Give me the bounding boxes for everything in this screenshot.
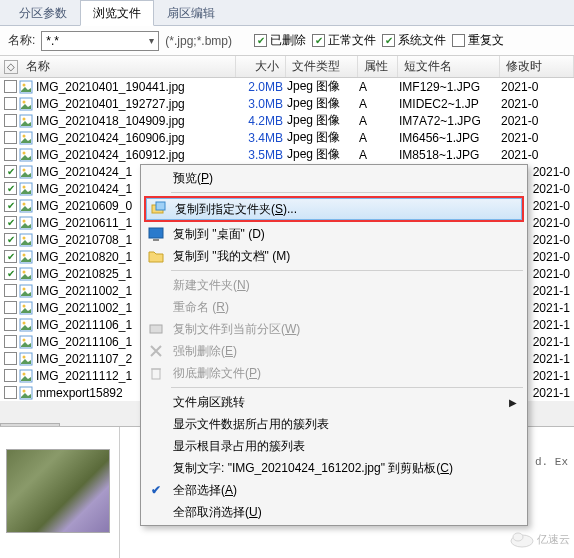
tab-bar: 分区参数 浏览文件 扇区编辑 (0, 0, 574, 26)
row-checkbox[interactable]: ✔ (4, 250, 17, 263)
menu-copy-to-desktop[interactable]: 复制到 "桌面" (D) (143, 223, 525, 245)
row-checkbox[interactable] (4, 335, 17, 348)
file-type: Jpeg 图像 (283, 112, 355, 129)
checkbox-system[interactable]: ✔系统文件 (382, 32, 446, 49)
checkbox-rebuild[interactable]: 重复文 (452, 32, 504, 49)
svg-point-29 (23, 321, 26, 324)
jpeg-file-icon (19, 233, 33, 247)
row-checkbox[interactable] (4, 97, 17, 110)
filter-pattern-combo[interactable]: *.* ▾ (41, 31, 159, 51)
svg-point-9 (23, 151, 26, 154)
col-header-size[interactable]: 大小 (236, 56, 286, 77)
table-row[interactable]: IMG_20210424_160906.jpg3.4MBJpeg 图像AIM64… (0, 129, 574, 146)
menu-select-all[interactable]: ✔全部选择(A) (143, 479, 525, 501)
row-checkbox[interactable]: ✔ (4, 165, 17, 178)
row-checkbox[interactable] (4, 284, 17, 297)
expand-toggle-icon[interactable]: ◇ (4, 60, 18, 74)
table-row[interactable]: IMG_20210401_192727.jpg3.0MBJpeg 图像AIMID… (0, 95, 574, 112)
file-attr: A (355, 131, 395, 145)
menu-new-folder: 新建文件夹(N) (143, 274, 525, 296)
file-shortname: IM8518~1.JPG (395, 148, 497, 162)
file-size: 2.0MB (233, 80, 283, 94)
jpeg-file-icon (19, 114, 33, 128)
file-attr: A (355, 80, 395, 94)
menu-deselect-all[interactable]: 全部取消选择(U) (143, 501, 525, 523)
table-row[interactable]: IMG_20210401_190441.jpg2.0MBJpeg 图像AIMF1… (0, 78, 574, 95)
row-checkbox[interactable]: ✔ (4, 233, 17, 246)
row-checkbox[interactable]: ✔ (4, 267, 17, 280)
menu-preview[interactable]: 预览(P) (143, 167, 525, 189)
menu-copy-to-folder-highlight: 复制到指定文件夹(S)... (144, 196, 524, 222)
file-type: Jpeg 图像 (283, 146, 355, 163)
col-header-type[interactable]: 文件类型 (286, 56, 358, 77)
filter-bar: 名称: *.* ▾ (*.jpg;*.bmp) ✔已删除 ✔正常文件 ✔系统文件… (0, 26, 574, 56)
row-checkbox[interactable] (4, 301, 17, 314)
filter-pattern-value: *.* (46, 34, 59, 48)
col-header-name[interactable]: 名称 (20, 56, 236, 77)
cloud-icon (509, 530, 535, 548)
tab-sector-edit[interactable]: 扇区编辑 (154, 0, 228, 25)
svg-rect-40 (149, 228, 163, 238)
file-modtime: 2021-0 (497, 80, 574, 94)
checkbox-deleted[interactable]: ✔已删除 (254, 32, 306, 49)
file-size: 3.0MB (233, 97, 283, 111)
file-type: Jpeg 图像 (283, 129, 355, 146)
tab-partition-params[interactable]: 分区参数 (6, 0, 80, 25)
row-checkbox[interactable] (4, 114, 17, 127)
checkbox-normal[interactable]: ✔正常文件 (312, 32, 376, 49)
col-header-mod[interactable]: 修改时 (500, 56, 574, 77)
menu-copy-text[interactable]: 复制文字: "IMG_20210424_161202.jpg" 到剪贴板(C) (143, 457, 525, 479)
svg-point-17 (23, 219, 26, 222)
jpeg-file-icon (19, 250, 33, 264)
row-checkbox[interactable] (4, 131, 17, 144)
col-header-attr[interactable]: 属性 (358, 56, 398, 77)
file-shortname: IMF129~1.JPG (395, 80, 497, 94)
svg-point-5 (23, 117, 26, 120)
row-checkbox[interactable] (4, 386, 17, 399)
row-checkbox[interactable]: ✔ (4, 182, 17, 195)
row-checkbox[interactable] (4, 80, 17, 93)
row-checkbox[interactable]: ✔ (4, 199, 17, 212)
jpeg-file-icon (19, 301, 33, 315)
copy-folder-icon (151, 200, 167, 219)
file-attr: A (355, 114, 395, 128)
menu-copy-to-docs[interactable]: 复制到 "我的文档" (M) (143, 245, 525, 267)
menu-force-delete: 强制删除(E) (143, 340, 525, 362)
partition-icon (147, 320, 165, 338)
svg-point-23 (23, 270, 26, 273)
menu-copy-to-folder[interactable]: 复制到指定文件夹(S)... (146, 198, 522, 220)
submenu-arrow-icon: ▶ (509, 397, 517, 408)
jpeg-file-icon (19, 199, 33, 213)
check-icon: ✔ (147, 481, 165, 499)
jpeg-file-icon (19, 182, 33, 196)
svg-point-19 (23, 236, 26, 239)
jpeg-file-icon (19, 97, 33, 111)
table-row[interactable]: IMG_20210418_104909.jpg4.2MBJpeg 图像AIM7A… (0, 112, 574, 129)
table-row[interactable]: IMG_20210424_160912.jpg3.5MBJpeg 图像AIM85… (0, 146, 574, 163)
menu-show-root-cluster[interactable]: 显示根目录占用的簇列表 (143, 435, 525, 457)
folder-icon (147, 247, 165, 265)
svg-point-13 (23, 185, 26, 188)
file-name: IMG_20210418_104909.jpg (36, 114, 233, 128)
svg-point-27 (23, 304, 26, 307)
tab-browse-files[interactable]: 浏览文件 (80, 0, 154, 26)
row-checkbox[interactable] (4, 148, 17, 161)
trash-icon (147, 364, 165, 382)
svg-point-31 (23, 338, 26, 341)
file-name: IMG_20210424_160912.jpg (36, 148, 233, 162)
menu-show-cluster[interactable]: 显示文件数据所占用的簇列表 (143, 413, 525, 435)
menu-perm-delete: 彻底删除文件(P) (143, 362, 525, 384)
jpeg-file-icon (19, 352, 33, 366)
row-checkbox[interactable]: ✔ (4, 216, 17, 229)
col-header-short[interactable]: 短文件名 (398, 56, 500, 77)
row-checkbox[interactable] (4, 352, 17, 365)
row-checkbox[interactable] (4, 318, 17, 331)
svg-point-25 (23, 287, 26, 290)
file-size: 4.2MB (233, 114, 283, 128)
jpeg-file-icon (19, 80, 33, 94)
desktop-icon (147, 225, 165, 243)
menu-sector-jump[interactable]: 文件扇区跳转▶ (143, 391, 525, 413)
image-thumbnail[interactable] (6, 449, 110, 533)
row-checkbox[interactable] (4, 369, 17, 382)
file-attr: A (355, 148, 395, 162)
